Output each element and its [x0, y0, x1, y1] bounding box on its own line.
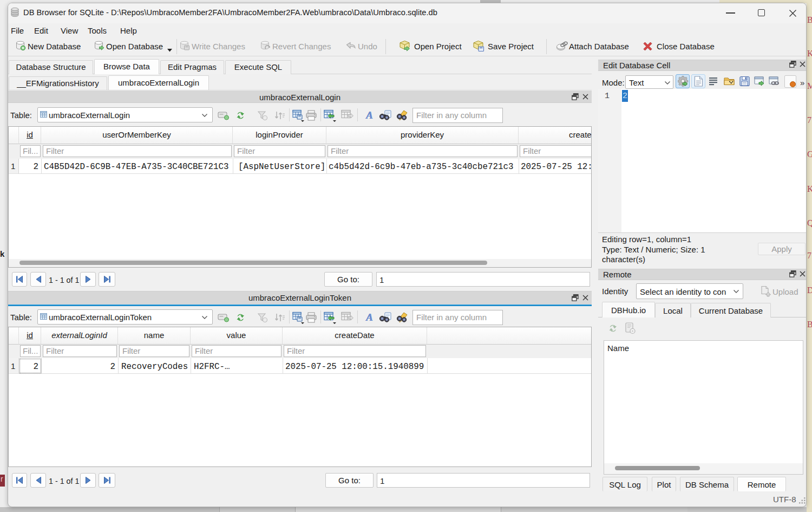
- svg-text:A: A: [366, 312, 374, 323]
- svg-text:A: A: [366, 109, 374, 121]
